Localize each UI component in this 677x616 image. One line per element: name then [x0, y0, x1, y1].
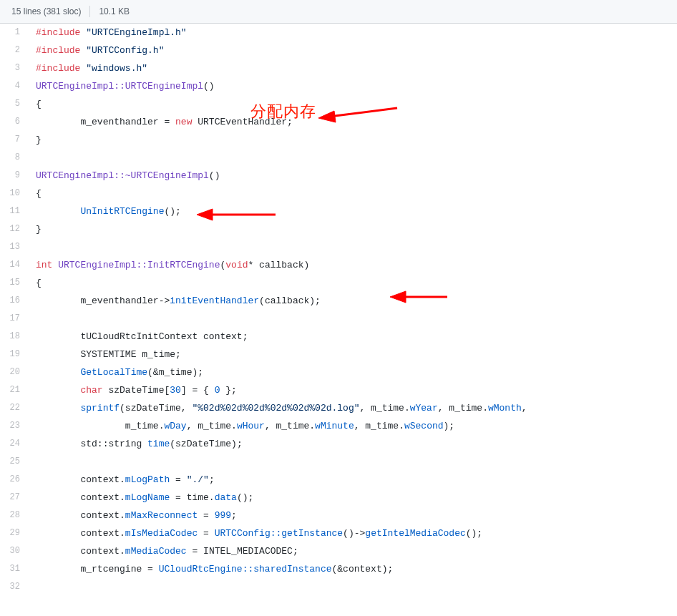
line-number[interactable]: 17	[0, 310, 29, 328]
line-content[interactable]: context.mMediaCodec = INTEL_MEDIACODEC;	[29, 542, 677, 560]
line-number[interactable]: 2	[0, 41, 29, 59]
line-content[interactable]	[29, 453, 677, 471]
code-line: 17	[0, 310, 677, 328]
line-number[interactable]: 8	[0, 149, 29, 167]
line-content[interactable]	[29, 310, 677, 328]
arrow-alloc	[318, 101, 404, 122]
line-content[interactable]: int URTCEngineImpl::InitRTCEngine(void* …	[29, 256, 677, 274]
line-content[interactable]: {	[29, 185, 677, 202]
line-content[interactable]: #include "windows.h"	[29, 59, 677, 77]
line-content[interactable]: }	[29, 220, 677, 238]
arrow-uninit	[197, 206, 283, 223]
code-line: 16 m_eventhandler->initEventHandler(call…	[0, 292, 677, 310]
line-content[interactable]	[29, 238, 677, 256]
line-number[interactable]: 23	[0, 417, 29, 435]
line-content[interactable]: URTCEngineImpl::~URTCEngineImpl()	[29, 167, 677, 185]
line-number[interactable]: 26	[0, 471, 29, 489]
file-size: 10.1 KB	[99, 6, 130, 16]
line-number[interactable]: 31	[0, 560, 29, 578]
line-number[interactable]: 30	[0, 542, 29, 560]
line-content[interactable]: {	[29, 274, 677, 292]
line-content[interactable]: tUCloudRtcInitContext context;	[29, 328, 677, 346]
file-header: 15 lines (381 sloc) 10.1 KB	[0, 0, 677, 24]
line-number[interactable]: 27	[0, 489, 29, 507]
code-line: 14int URTCEngineImpl::InitRTCEngine(void…	[0, 256, 677, 274]
code-line: 3#include "windows.h"	[0, 59, 677, 77]
line-content[interactable]: GetLocalTime(&m_time);	[29, 363, 677, 381]
lines-count: 15 lines (381 sloc)	[11, 6, 81, 16]
line-number[interactable]: 14	[0, 256, 29, 274]
code-line: 8	[0, 149, 677, 167]
code-line: 31 m_rtcengine = UCloudRtcEngine::shared…	[0, 560, 677, 578]
line-number[interactable]: 21	[0, 381, 29, 399]
line-number[interactable]: 12	[0, 220, 29, 238]
line-number[interactable]: 6	[0, 113, 29, 131]
line-number[interactable]: 22	[0, 399, 29, 417]
line-content[interactable]: context.mMaxReconnect = 999;	[29, 507, 677, 524]
line-number[interactable]: 11	[0, 202, 29, 220]
code-line: 29 context.mIsMediaCodec = URTCConfig::g…	[0, 524, 677, 542]
code-line: 11 UnInitRTCEngine();	[0, 202, 677, 220]
line-number[interactable]: 7	[0, 131, 29, 149]
svg-marker-1	[318, 111, 336, 122]
line-number[interactable]: 10	[0, 185, 29, 202]
code-line: 19 SYSTEMTIME m_time;	[0, 346, 677, 363]
line-content[interactable]: context.mLogPath = "./";	[29, 471, 677, 489]
code-line: 13	[0, 238, 677, 256]
line-number[interactable]: 9	[0, 167, 29, 185]
code-line: 20 GetLocalTime(&m_time);	[0, 363, 677, 381]
line-number[interactable]: 25	[0, 453, 29, 471]
code-line: 18 tUCloudRtcInitContext context;	[0, 328, 677, 346]
line-number[interactable]: 19	[0, 346, 29, 363]
svg-marker-5	[390, 291, 406, 303]
line-number[interactable]: 29	[0, 524, 29, 542]
code-line: 9URTCEngineImpl::~URTCEngineImpl()	[0, 167, 677, 185]
line-content[interactable]: }	[29, 131, 677, 149]
code-line: 2#include "URTCConfig.h"	[0, 41, 677, 59]
line-content[interactable]: context.mLogName = time.data();	[29, 489, 677, 507]
line-number[interactable]: 16	[0, 292, 29, 310]
line-content[interactable]	[29, 149, 677, 167]
line-content[interactable]: #include "URTCConfig.h"	[29, 41, 677, 59]
line-number[interactable]: 3	[0, 59, 29, 77]
line-content[interactable]: m_rtcengine = UCloudRtcEngine::sharedIns…	[29, 560, 677, 578]
code-line: 28 context.mMaxReconnect = 999;	[0, 507, 677, 524]
code-line: 4URTCEngineImpl::URTCEngineImpl()	[0, 77, 677, 95]
line-number[interactable]: 15	[0, 274, 29, 292]
line-content[interactable]: URTCEngineImpl::URTCEngineImpl()	[29, 77, 677, 95]
line-content[interactable]: sprintf(szDateTime, "%02d%02d%02d%02d%02…	[29, 399, 677, 417]
divider	[89, 6, 90, 17]
line-number[interactable]: 18	[0, 328, 29, 346]
code-line: 12}	[0, 220, 677, 238]
line-content[interactable]: context.mIsMediaCodec = URTCConfig::getI…	[29, 524, 677, 542]
line-number[interactable]: 28	[0, 507, 29, 524]
line-number[interactable]: 32	[0, 578, 29, 596]
line-content[interactable]: std::string time(szDateTime);	[29, 435, 677, 453]
code-line: 32	[0, 578, 677, 596]
line-content[interactable]	[29, 578, 677, 596]
arrow-init-event	[390, 288, 454, 305]
line-content[interactable]: m_time.wDay, m_time.wHour, m_time.wMinut…	[29, 417, 677, 435]
line-number[interactable]: 5	[0, 95, 29, 113]
code-container: 1#include "URTCEngineImpl.h"2#include "U…	[0, 24, 677, 596]
line-content[interactable]: #include "URTCEngineImpl.h"	[29, 24, 677, 41]
line-content[interactable]: UnInitRTCEngine();	[29, 202, 677, 220]
line-number[interactable]: 4	[0, 77, 29, 95]
code-line: 21 char szDateTime[30] = { 0 };	[0, 381, 677, 399]
line-number[interactable]: 24	[0, 435, 29, 453]
code-line: 26 context.mLogPath = "./";	[0, 471, 677, 489]
code-line: 10{	[0, 185, 677, 202]
line-number[interactable]: 13	[0, 238, 29, 256]
code-line: 22 sprintf(szDateTime, "%02d%02d%02d%02d…	[0, 399, 677, 417]
line-content[interactable]: m_eventhandler->initEventHandler(callbac…	[29, 292, 677, 310]
code-line: 24 std::string time(szDateTime);	[0, 435, 677, 453]
code-line: 7}	[0, 131, 677, 149]
line-content[interactable]: SYSTEMTIME m_time;	[29, 346, 677, 363]
code-line: 1#include "URTCEngineImpl.h"	[0, 24, 677, 41]
line-number[interactable]: 1	[0, 24, 29, 41]
code-line: 15{	[0, 274, 677, 292]
line-content[interactable]: char szDateTime[30] = { 0 };	[29, 381, 677, 399]
line-number[interactable]: 20	[0, 363, 29, 381]
svg-marker-3	[197, 209, 213, 220]
code-line: 27 context.mLogName = time.data();	[0, 489, 677, 507]
